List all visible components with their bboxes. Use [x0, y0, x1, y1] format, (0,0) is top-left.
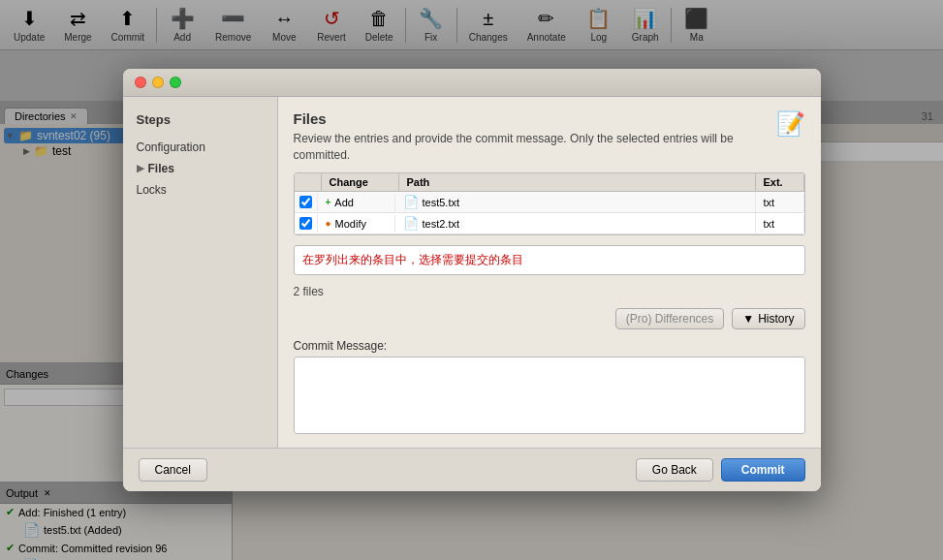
steps-locks-label: Locks	[137, 183, 167, 197]
commit-msg-label: Commit Message:	[294, 339, 805, 353]
ext-cell-2: txt	[756, 215, 804, 233]
steps-title: Steps	[123, 109, 277, 137]
history-label: History	[758, 312, 794, 326]
change-cell-2: ● Modify	[318, 215, 395, 233]
steps-files-label: Files	[148, 162, 174, 175]
path-cell-1: 📄 test5.txt	[395, 192, 756, 212]
steps-item-files[interactable]: ▶ Files	[123, 158, 277, 179]
commit-message-input[interactable]	[294, 357, 805, 434]
mod-marker: ●	[326, 218, 331, 229]
maximize-button-dot[interactable]	[170, 77, 181, 88]
modal-main-content: Files Review the entries and provide the…	[278, 97, 821, 449]
steps-files-arrow: ▶	[137, 163, 144, 173]
commit-modal: Steps Configuration ▶ Files Locks	[123, 69, 821, 492]
go-back-button[interactable]: Go Back	[636, 458, 713, 482]
col-ext-header: Ext.	[756, 173, 804, 191]
col-change-header: Change	[322, 173, 399, 191]
checkbox-cell-1[interactable]	[295, 193, 318, 211]
history-arrow-icon: ▼	[742, 312, 754, 326]
steps-item-locks[interactable]: Locks	[123, 179, 277, 201]
files-grid: Change Path Ext.	[294, 172, 805, 235]
steps-item-configuration[interactable]: Configuration	[123, 137, 277, 158]
modal-overlay: Steps Configuration ▶ Files Locks	[0, 0, 943, 560]
modal-body: Steps Configuration ▶ Files Locks	[123, 97, 821, 449]
review-icon: 📝	[776, 110, 805, 138]
close-button-dot[interactable]	[135, 77, 146, 88]
files-count: 2 files	[294, 285, 805, 298]
col-checkbox-header	[295, 173, 322, 191]
ext-cell-1: txt	[756, 194, 804, 211]
minimize-button-dot[interactable]	[152, 77, 164, 88]
steps-configuration-label: Configuration	[137, 140, 205, 154]
modal-sidebar: Steps Configuration ▶ Files Locks	[123, 97, 278, 449]
add-marker: +	[326, 197, 331, 207]
file-checkbox-1[interactable]	[299, 196, 312, 208]
file-doc-icon-1: 📄	[403, 195, 419, 209]
traffic-lights	[135, 77, 181, 88]
checkbox-cell-2[interactable]	[295, 214, 318, 233]
diff-history-row: (Pro) Differences ▼ History	[294, 308, 805, 329]
file-checkbox-2[interactable]	[299, 217, 312, 230]
pro-differences-btn[interactable]: (Pro) Differences	[615, 308, 724, 329]
file-doc-icon-2: 📄	[403, 216, 419, 231]
path-cell-2: 📄 test2.txt	[395, 213, 756, 233]
modal-description: Review the entries and provide the commi…	[294, 131, 776, 164]
files-grid-header: Change Path Ext.	[295, 173, 804, 192]
commit-button[interactable]: Commit	[721, 458, 805, 482]
modal-section-title: Files	[294, 110, 776, 127]
change-cell-1: + Add	[318, 194, 395, 211]
history-btn[interactable]: ▼ History	[732, 308, 804, 329]
file-row-2: ● Modify 📄 test2.txt txt	[295, 213, 804, 234]
commit-message-area: Commit Message:	[294, 339, 805, 434]
modal-footer: Cancel Go Back Commit	[123, 448, 821, 491]
chinese-note: 在罗列出来的条目中，选择需要提交的条目	[294, 245, 805, 275]
col-path-header: Path	[399, 173, 756, 191]
cancel-button[interactable]: Cancel	[139, 458, 207, 482]
file-row-1: + Add 📄 test5.txt txt	[295, 192, 804, 213]
modal-titlebar	[123, 69, 821, 97]
